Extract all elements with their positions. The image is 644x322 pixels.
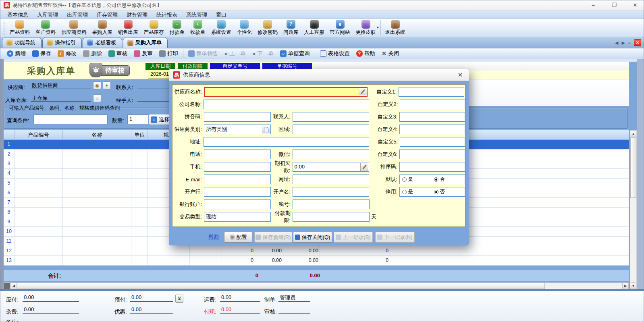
table-cell[interactable] <box>131 237 148 246</box>
doc-toolbar-11[interactable]: ○单据查询 <box>277 48 313 59</box>
table-cell[interactable] <box>131 246 148 256</box>
row-number[interactable]: 6 <box>4 188 15 197</box>
text-input[interactable] <box>293 150 370 159</box>
toolbar-item-12[interactable]: ?问题库 <box>280 19 301 37</box>
table-cell[interactable] <box>63 227 131 236</box>
table-cell[interactable] <box>131 208 148 217</box>
doc-toolbar-4[interactable]: 删除 <box>80 48 105 59</box>
table-cell[interactable] <box>15 217 63 226</box>
row-number[interactable]: 1 <box>4 140 15 149</box>
text-input[interactable] <box>204 112 271 122</box>
text-input[interactable] <box>204 187 271 197</box>
toolbar-item-7[interactable]: −付款单 <box>167 19 188 37</box>
table-cell[interactable] <box>63 150 131 159</box>
table-cell[interactable] <box>131 159 148 168</box>
scroll-down-icon[interactable]: ▼ <box>630 283 636 289</box>
text-input[interactable] <box>204 100 369 109</box>
row-number[interactable]: 12 <box>4 246 15 256</box>
tab-scroll-right-icon[interactable]: ▶ <box>621 40 625 46</box>
horizontal-scrollbar[interactable]: ◀ ▶ <box>4 283 629 289</box>
dialog-close-icon[interactable]: ✕ <box>457 71 464 79</box>
toolbar-item-3[interactable]: 供应商资料 <box>58 19 89 37</box>
text-input[interactable]: 现结 <box>204 212 271 222</box>
warehouse-picker-icon[interactable]: ⌂ <box>93 94 101 102</box>
table-cell[interactable] <box>63 217 131 226</box>
text-input[interactable] <box>293 112 370 122</box>
row-number[interactable]: 3 <box>4 159 15 168</box>
doc-toolbar-13[interactable]: ?帮助 <box>353 48 378 59</box>
menu-item-6[interactable]: 统计报表 <box>152 10 182 19</box>
tab-采购入库单[interactable]: 采购入库单 <box>123 37 168 48</box>
table-cell[interactable] <box>131 150 148 159</box>
category-lookup-icon[interactable] <box>262 125 270 133</box>
table-cell[interactable] <box>63 140 131 149</box>
menu-item-8[interactable]: 窗口 <box>212 10 231 19</box>
table-cell[interactable] <box>190 246 222 256</box>
table-row-13[interactable]: 1300.000.000 <box>4 256 629 266</box>
row-number[interactable]: 5 <box>4 179 15 188</box>
table-cell[interactable] <box>63 179 131 188</box>
table-cell[interactable] <box>131 169 148 178</box>
table-cell[interactable] <box>15 159 63 168</box>
qty-input[interactable]: 1 <box>127 114 148 124</box>
cash-paid-value[interactable]: 0.00 <box>220 306 260 314</box>
supplier-picker-icon[interactable]: ◉ <box>93 81 101 89</box>
dialog-help-link[interactable]: 帮助 <box>208 233 219 241</box>
scroll-right-icon[interactable]: ▶ <box>622 283 629 289</box>
edit-pencil-icon[interactable] <box>359 88 367 95</box>
table-cell[interactable] <box>15 150 63 159</box>
toolbar-item-5[interactable]: 销售出库 <box>115 19 141 37</box>
doc-toolbar-5[interactable]: 审核 <box>105 48 131 59</box>
table-cell[interactable] <box>148 256 190 265</box>
row-number[interactable]: 7 <box>4 198 15 207</box>
table-cell[interactable]: 0.00 <box>255 256 283 265</box>
menu-item-4[interactable]: 库存管理 <box>92 10 122 19</box>
doc-toolbar-14[interactable]: ✕关闭 <box>378 48 403 59</box>
add-supplier-icon[interactable]: + <box>103 81 111 89</box>
toolbar-item-4[interactable]: 采购入库 <box>89 19 115 37</box>
doc-toolbar-1[interactable]: +新增 <box>4 48 29 59</box>
menu-item-3[interactable]: 出库管理 <box>62 10 92 19</box>
table-cell[interactable]: 0 <box>356 256 390 265</box>
custom-field-input[interactable] <box>399 162 465 172</box>
supplier-category-input[interactable]: 所有类别 <box>204 125 271 134</box>
table-cell[interactable]: 0 <box>222 246 255 256</box>
discount-value[interactable]: 0.00 <box>130 306 173 314</box>
custom-field-input[interactable] <box>400 137 465 147</box>
text-input[interactable] <box>204 175 271 184</box>
text-input[interactable] <box>293 175 370 184</box>
tab-操作指引[interactable]: 操作指引 <box>42 37 82 48</box>
table-cell[interactable] <box>131 198 148 207</box>
radio-group[interactable]: 是否 <box>399 175 465 184</box>
table-row-12[interactable]: 1200.000.000 <box>4 246 629 256</box>
text-input[interactable] <box>204 199 271 209</box>
text-input[interactable] <box>293 199 370 209</box>
prepaid-value[interactable]: 0.00 <box>130 294 173 302</box>
table-cell[interactable] <box>15 169 63 178</box>
table-cell[interactable] <box>15 198 63 207</box>
table-cell[interactable] <box>15 237 63 246</box>
table-cell[interactable] <box>131 256 148 265</box>
text-input[interactable] <box>204 150 271 159</box>
table-cell[interactable]: 0.00 <box>283 246 320 256</box>
table-cell[interactable]: 0 <box>356 246 390 256</box>
table-cell[interactable] <box>131 217 148 226</box>
table-cell[interactable] <box>131 227 148 236</box>
radio-icon[interactable] <box>434 190 438 194</box>
table-cell[interactable] <box>15 188 63 197</box>
supplier-name-input[interactable] <box>204 87 368 97</box>
menu-item-5[interactable]: 财务管理 <box>122 10 152 19</box>
menu-item-1[interactable]: 基本信息 <box>3 10 33 19</box>
minimize-icon[interactable]: – <box>589 2 598 9</box>
table-cell[interactable] <box>15 246 63 256</box>
radio-option-否[interactable]: 否 <box>434 188 445 195</box>
custom-field-input[interactable] <box>399 112 465 122</box>
toolbar-item-13[interactable]: 人工客服 <box>301 19 327 37</box>
row-number[interactable]: 9 <box>4 217 15 226</box>
text-input[interactable]: 0.00 <box>293 162 370 172</box>
custom-field-input[interactable] <box>399 125 465 134</box>
text-input[interactable] <box>293 212 370 222</box>
table-cell[interactable] <box>63 246 131 256</box>
toolbar-item-14[interactable]: e官方网站 <box>327 19 353 37</box>
radio-option-是[interactable]: 是 <box>402 188 413 195</box>
